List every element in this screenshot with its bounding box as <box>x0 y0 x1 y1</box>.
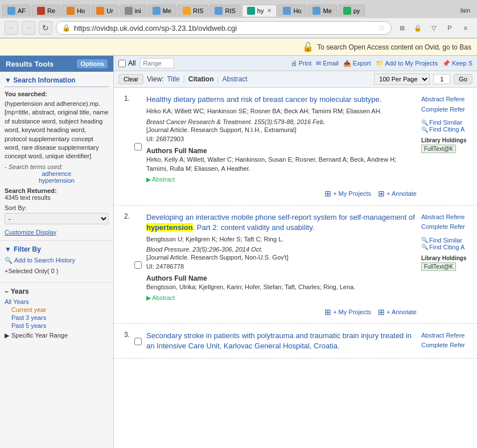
fulltext-button-2[interactable]: FullText@K <box>421 262 456 271</box>
email-icon: ✉ <box>316 60 321 67</box>
keep-icon: 📌 <box>442 60 450 67</box>
add-projects-button[interactable]: 📁 Add to My Projects <box>376 60 438 67</box>
all-checkbox-input[interactable] <box>118 60 126 67</box>
past-3-years-link[interactable]: Past 3 years <box>11 314 109 322</box>
nav-action-1[interactable]: ⊞ <box>395 21 409 35</box>
browser-tab-11[interactable]: Me <box>307 5 336 17</box>
print-button[interactable]: 🖨 Print <box>291 60 312 67</box>
tab-label-3: Ho <box>77 7 85 14</box>
all-years-link[interactable]: All Years <box>5 298 109 306</box>
email-button[interactable]: ✉ Email <box>316 60 339 67</box>
fulltext-button-1[interactable]: FullText@K <box>421 145 456 153</box>
address-bar[interactable]: 🔒 https://ovidsp.uk.ovid.com/sp-3.23.1b/… <box>56 21 392 35</box>
all-checkbox[interactable]: All <box>118 59 135 67</box>
range-input[interactable] <box>140 58 174 68</box>
tab-label-11: Me <box>323 7 331 14</box>
result-ui-1: UI: 26872903 <box>146 135 417 142</box>
add-to-search-history[interactable]: 🔍 Add to Search History <box>5 257 109 264</box>
tab-label-5: ini <box>135 7 141 14</box>
result-ui-2: UI: 24786778 <box>146 263 417 270</box>
browser-tab-3[interactable]: Ho <box>61 5 90 17</box>
tab-label-4: Ur <box>106 7 113 14</box>
abstract-ref-link-2[interactable]: Abstract Refere <box>421 212 472 223</box>
years-section: – Years All Years Current year Past 3 ye… <box>0 283 113 344</box>
clear-button[interactable]: Clear <box>118 74 143 84</box>
tab-icon-1 <box>7 7 15 15</box>
browser-tab-1[interactable]: AF <box>2 5 31 17</box>
selected-only-label[interactable]: +Selected Only( 0 ) <box>5 268 109 274</box>
table-row: 1. Healthy dietary patterns and risk of … <box>114 88 477 205</box>
complete-ref-link-2[interactable]: Complete Refer <box>421 222 472 232</box>
result-checkbox-2[interactable] <box>134 213 142 317</box>
nav-action-3[interactable]: ▽ <box>427 21 441 35</box>
find-citing-link-1[interactable]: 🔍 Find Citing A <box>421 126 472 133</box>
customize-display-link[interactable]: Customize Display <box>5 229 109 236</box>
browser-tab-10[interactable]: Ho <box>278 5 306 17</box>
browser-tab-5[interactable]: ini <box>120 5 146 17</box>
result-title-2[interactable]: Developing an interactive mobile phone s… <box>146 213 415 232</box>
oa-banner: 🔓 To search Open Access content on Ovid,… <box>0 39 477 56</box>
tab-icon-8 <box>215 7 223 15</box>
result-number-3: 3. <box>118 331 130 351</box>
bookmark-icon[interactable]: ☆ <box>378 23 385 32</box>
browser-tab-6[interactable]: Me <box>147 5 176 17</box>
browser-tab-9[interactable]: hy ✕ <box>242 5 277 17</box>
nav-action-5[interactable]: ≡ <box>459 21 472 35</box>
browser-tab-7[interactable]: RIS <box>178 5 208 17</box>
sort-by-select[interactable]: - Relevance Date <box>5 213 109 224</box>
browser-tab-8[interactable]: RIS <box>209 5 240 17</box>
annotate-button-1[interactable]: ⊞ + Annotate <box>378 189 417 198</box>
tab-label-10: Ho <box>293 7 301 14</box>
citation-view-link[interactable]: Citation <box>188 75 214 83</box>
browser-tab-2[interactable]: Re <box>32 5 60 17</box>
triangle-icon-1: ▶ <box>146 176 151 183</box>
abstract-view-link[interactable]: Abstract <box>223 75 248 83</box>
specific-year-range[interactable]: ▶ Specific Year Range <box>5 332 109 339</box>
browser-tab-4[interactable]: Ur <box>91 5 118 17</box>
current-year-link[interactable]: Current year <box>11 306 109 314</box>
past-5-years-link[interactable]: Past 5 years <box>11 322 109 330</box>
tab-label-8: RIS <box>225 7 235 14</box>
result-title-1[interactable]: Healthy dietary patterns and risk of bre… <box>146 95 381 104</box>
find-citing-link-2[interactable]: 🔍 Find Citing A <box>421 244 472 250</box>
sidebar-options-button[interactable]: Options <box>77 59 108 68</box>
page-number-input[interactable] <box>433 74 450 84</box>
keep-button[interactable]: 📌 Keep S <box>442 60 472 67</box>
nav-action-2[interactable]: 🔒 <box>411 21 425 35</box>
tab-label-9: hy <box>257 7 264 14</box>
back-button[interactable]: ← <box>5 21 18 35</box>
oa-lock-icon: 🔓 <box>302 42 314 52</box>
browser-tabs: AF Re Ho Ur ini Me RIS RIS <box>0 0 477 18</box>
sidebar-header: Results Tools Options <box>0 56 113 72</box>
tab-icon-12 <box>343 7 351 15</box>
complete-ref-link-1[interactable]: Complete Refer <box>421 105 472 115</box>
complete-ref-link-3[interactable]: Complete Refer <box>421 340 472 351</box>
triangle-icon-2: ▶ <box>146 294 151 302</box>
find-similar-link-2[interactable]: 🔍 Find Similar <box>421 237 472 244</box>
export-button[interactable]: 📤 Export <box>343 60 371 67</box>
find-similar-link-1[interactable]: 🔍 Find Similar <box>421 119 472 126</box>
find-citing-icon-2: 🔍 <box>421 244 428 250</box>
my-projects-button-1[interactable]: ⊞ + My Projects <box>324 189 371 198</box>
abstract-ref-link-3[interactable]: Abstract Refere <box>421 331 472 341</box>
abstract-toggle-1[interactable]: ▶ Abstract <box>146 176 417 183</box>
result-checkbox-1[interactable] <box>134 96 142 198</box>
abstract-toggle-2[interactable]: ▶ Abstract <box>146 294 417 302</box>
forward-button[interactable]: → <box>22 21 35 35</box>
tab-icon-4 <box>96 7 104 15</box>
abstract-ref-link-1[interactable]: Abstract Refere <box>421 94 472 105</box>
per-page-select[interactable]: 100 Per Page 10 Per Page 25 Per Page 50 … <box>374 73 430 85</box>
result-title-3[interactable]: Secondary stroke in patients with polytr… <box>146 331 412 350</box>
tab-icon-5 <box>125 7 133 15</box>
refresh-button[interactable]: ↻ <box>39 21 52 35</box>
title-view-link[interactable]: Title <box>167 75 179 83</box>
my-projects-button-2[interactable]: ⊞ + My Projects <box>324 307 371 317</box>
tab-close-9[interactable]: ✕ <box>267 7 272 14</box>
result-content-3: Secondary stroke in patients with polytr… <box>146 331 417 351</box>
nav-action-4[interactable]: P <box>443 21 457 35</box>
specific-year-icon: ▶ <box>5 332 9 339</box>
result-checkbox-3[interactable] <box>134 332 142 351</box>
browser-tab-12[interactable]: py <box>338 5 365 17</box>
go-button[interactable]: Go <box>454 74 472 84</box>
annotate-button-2[interactable]: ⊞ + Annotate <box>378 307 417 317</box>
